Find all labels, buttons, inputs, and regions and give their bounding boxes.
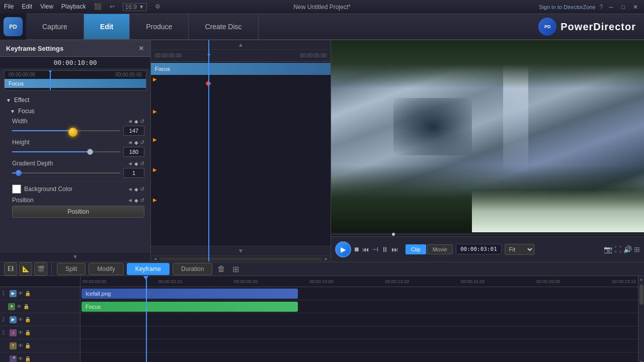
kf-tl-scroll-down[interactable]: ▼ xyxy=(151,246,331,255)
nav-tab-edit[interactable]: Edit xyxy=(84,14,130,39)
icefall-clip[interactable]: Icefall.png xyxy=(82,289,298,299)
bg-color-reset-btn[interactable]: ↺ xyxy=(140,186,144,193)
help-icon[interactable]: ? xyxy=(600,4,603,11)
kf-scroll-right[interactable]: ► xyxy=(324,256,329,261)
prev-clip-button[interactable]: ⊣ xyxy=(372,245,378,253)
menu-file[interactable]: File xyxy=(4,3,14,11)
scroll-down-btn[interactable]: ▼ xyxy=(638,359,644,362)
next-frame-button[interactable]: ⏭ xyxy=(391,245,398,253)
toolbar-fps[interactable]: 16:9 ▼ xyxy=(123,3,147,11)
width-slider-thumb[interactable] xyxy=(68,128,77,137)
kf-focus-label: Focus xyxy=(9,80,24,86)
width-slider[interactable] xyxy=(12,127,120,135)
bg-color-swatch[interactable] xyxy=(12,185,21,194)
bg-color-prev-btn[interactable]: ◄ xyxy=(127,186,133,192)
gradient-diamond-btn[interactable]: ◆ xyxy=(134,161,138,166)
kf-scroll-left[interactable]: ◄ xyxy=(153,256,157,261)
track-1-vis-btn[interactable]: 👁 xyxy=(18,291,23,296)
track-text-vis-btn[interactable]: 👁 xyxy=(18,343,23,348)
height-slider[interactable] xyxy=(12,148,120,156)
height-diamond-btn[interactable]: ◆ xyxy=(134,140,138,145)
audio-button[interactable]: 🔊 xyxy=(623,245,632,253)
duration-tab[interactable]: Duration xyxy=(173,263,212,275)
menu-edit[interactable]: Edit xyxy=(22,3,32,11)
track-2a-vis-btn[interactable]: 👁 xyxy=(18,330,23,335)
height-slider-thumb[interactable] xyxy=(87,149,93,155)
toolbar-settings[interactable]: ⚙ xyxy=(155,3,160,11)
focus-clip[interactable]: Focus xyxy=(82,302,298,312)
track-2a-lock-btn[interactable]: 🔒 xyxy=(25,330,31,335)
width-reset-btn[interactable]: ↺ xyxy=(140,118,144,125)
tl-caption-icon[interactable]: 🎬 xyxy=(34,262,47,276)
menu-playback[interactable]: Playback xyxy=(61,3,86,11)
gradient-slider-thumb[interactable] xyxy=(16,170,22,176)
window-maximize[interactable]: □ xyxy=(619,4,627,11)
tl-audio-icon[interactable]: 📐 xyxy=(19,262,32,276)
movie-tab[interactable]: Movie xyxy=(427,244,453,254)
height-value-input[interactable] xyxy=(123,147,144,157)
scroll-thumb-v[interactable] xyxy=(639,285,643,305)
window-close[interactable]: ✕ xyxy=(631,4,640,11)
height-reset-btn[interactable]: ↺ xyxy=(140,139,144,146)
nav-tab-produce[interactable]: Produce xyxy=(130,14,189,39)
tl-media-lib-icon[interactable]: 🎞 xyxy=(4,262,17,276)
position-prev-btn[interactable]: ◄ xyxy=(127,197,133,203)
track-voice-vis-btn[interactable]: 👁 xyxy=(18,356,23,361)
play-pause-button[interactable]: ⏸ xyxy=(381,245,388,253)
keyframe-close-btn[interactable]: ✕ xyxy=(138,44,144,52)
stop-button[interactable]: ■ xyxy=(354,245,359,254)
track-1-video-icon: ▶ xyxy=(10,290,17,297)
track-2-vis-btn[interactable]: 👁 xyxy=(18,317,23,322)
track-1-lock-btn[interactable]: 🔒 xyxy=(25,291,31,296)
nav-tab-capture[interactable]: Capture xyxy=(26,14,84,39)
nav-tab-create-disc[interactable]: Create Disc xyxy=(189,14,258,39)
menu-view[interactable]: View xyxy=(40,3,53,11)
width-prev-btn[interactable]: ◄ xyxy=(127,118,133,124)
fullscreen-button[interactable]: ⛶ xyxy=(614,245,621,253)
track-1-content: Icefall.png xyxy=(80,287,638,300)
split-tab[interactable]: Split xyxy=(57,263,86,275)
track-fx-lock-btn[interactable]: 🔒 xyxy=(23,304,29,309)
timeline-scrollbar-v[interactable]: ▲ ▼ xyxy=(638,276,644,362)
delete-btn[interactable]: 🗑 xyxy=(215,264,227,274)
gradient-prev-btn[interactable]: ◄ xyxy=(127,160,133,166)
position-reset-btn[interactable]: ↺ xyxy=(140,197,144,204)
effect-section-header[interactable]: ▼ Effect xyxy=(0,95,150,106)
timeline-playhead[interactable] xyxy=(146,276,147,362)
kf-tl-playhead[interactable]: ▼ xyxy=(208,40,209,261)
scrubber-position[interactable] xyxy=(392,233,395,236)
bg-color-diamond-btn[interactable]: ◆ xyxy=(134,187,138,192)
focus-section-header[interactable]: ▼ Focus xyxy=(0,106,150,117)
window-minimize[interactable]: ─ xyxy=(607,4,615,11)
gradient-reset-btn[interactable]: ↺ xyxy=(140,160,144,167)
kf-tl-scroll-up[interactable]: ▲ xyxy=(151,40,331,50)
panel-scroll-down[interactable]: ▼ xyxy=(0,252,150,261)
height-prev-btn[interactable]: ◄ xyxy=(127,139,133,145)
signin-link[interactable]: Sign in to DirectorZone xyxy=(539,4,596,10)
preview-fit-select[interactable]: Fit 100% 75% 50% xyxy=(505,244,534,255)
keyframe-tab[interactable]: Keyframe xyxy=(127,263,170,275)
multi-view-button[interactable]: ⊞ xyxy=(634,245,640,253)
snapshot-button[interactable]: 📷 xyxy=(604,245,612,253)
track-2-lock-btn[interactable]: 🔒 xyxy=(25,317,31,322)
play-button[interactable]: ▶ xyxy=(335,241,351,257)
width-diamond-btn[interactable]: ◆ xyxy=(134,119,138,124)
kf-mini-playhead[interactable]: ▼ xyxy=(50,71,51,90)
toolbar-icon-1[interactable]: ⬛ xyxy=(94,3,102,11)
modify-tab[interactable]: Modify xyxy=(89,263,123,275)
track-text-lock-btn[interactable]: 🔒 xyxy=(25,343,31,348)
app-logo: PD xyxy=(0,14,26,40)
scroll-up-btn[interactable]: ▲ xyxy=(638,276,644,283)
track-voice-lock-btn[interactable]: 🔒 xyxy=(25,356,31,361)
timeline-tracks-area: 00:00:00:00 00:00:03:10 00:00:06:20 00:0… xyxy=(80,276,638,362)
gradient-slider[interactable] xyxy=(12,169,120,177)
grid-btn[interactable]: ⊞ xyxy=(230,264,241,274)
width-value-input[interactable] xyxy=(123,126,144,136)
track-fx-vis-btn[interactable]: 👁 xyxy=(17,304,22,309)
toolbar-icon-2[interactable]: ↩ xyxy=(110,3,115,11)
position-button[interactable]: Position xyxy=(12,206,144,218)
clip-tab[interactable]: Clip xyxy=(406,244,426,254)
gradient-value-input[interactable] xyxy=(123,168,144,178)
prev-frame-button[interactable]: ⏮ xyxy=(362,245,369,253)
position-diamond-btn[interactable]: ◆ xyxy=(134,198,138,203)
